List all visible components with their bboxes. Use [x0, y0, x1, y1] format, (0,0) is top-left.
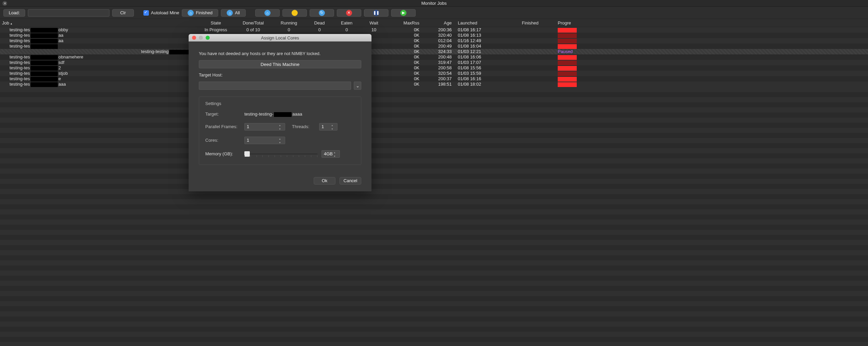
target-label: Target:	[205, 111, 244, 117]
ok-button[interactable]: Ok	[314, 177, 335, 185]
cancel-button[interactable]: Cancel	[340, 177, 361, 185]
cell-progress	[556, 65, 578, 71]
col-launched[interactable]: Launched	[454, 20, 505, 25]
cell-progress	[556, 44, 578, 49]
target-host-select[interactable]	[199, 82, 351, 90]
cell-state: In Progress	[197, 27, 235, 33]
all-icon: ⌂	[227, 10, 233, 16]
threads-label: Threads:	[292, 124, 319, 129]
sort-asc-icon: ▴	[11, 22, 12, 25]
parallel-frames-input[interactable]: 1 ▲▼	[244, 123, 285, 131]
table-row[interactable]: testing-tessdf0K319:4701/03 17:07	[0, 60, 868, 65]
col-wait[interactable]: Wait	[360, 20, 387, 25]
target-host-dropdown-icon[interactable]: ⌄	[354, 82, 361, 90]
threads-input[interactable]: 1 ▲▼	[319, 123, 337, 131]
cell-progress	[556, 27, 578, 33]
play-button[interactable]: ▶	[391, 9, 416, 17]
col-finished[interactable]: Finished	[505, 20, 556, 25]
cell-maxrss: 0K	[387, 71, 421, 76]
table-row[interactable]: testing-testing00K324:3301/03 12:21Pause…	[0, 49, 868, 54]
finished-filter-button[interactable]: ⌂ Finished	[182, 9, 218, 17]
redacted-text	[31, 44, 58, 49]
col-eaten[interactable]: Eaten	[333, 20, 360, 25]
spinner-arrows-icon[interactable]: ▲▼	[331, 123, 336, 131]
cell-launched: 01/16 12:49	[454, 38, 505, 44]
cell-age: 320:54	[421, 71, 454, 76]
table-body: testing-tesobbyIn Progress0 of 10000100K…	[0, 27, 868, 87]
cell-launched: 01/03 17:07	[454, 60, 505, 65]
col-state[interactable]: State	[197, 20, 235, 25]
cores-input[interactable]: 1 ▲▼	[244, 137, 285, 144]
table-row[interactable]: testing-tesobbyIn Progress0 of 10000100K…	[0, 27, 868, 33]
col-age[interactable]: Age	[421, 20, 454, 25]
cell-job: testing-tesaa	[0, 38, 197, 44]
slider-track	[244, 154, 317, 154]
dialog-titlebar: Assign Local Cores	[189, 34, 371, 41]
cell-wait: 10	[360, 27, 387, 33]
clr-button[interactable]: Clr	[112, 9, 134, 17]
memory-input[interactable]: 4GB ▲▼	[322, 150, 340, 158]
cell-launched: 01/08 16:06	[454, 54, 505, 60]
load-button[interactable]: Load:	[3, 9, 25, 17]
col-running[interactable]: Running	[272, 20, 306, 25]
cell-progress	[556, 60, 578, 65]
redacted-text	[31, 60, 58, 65]
col-progress[interactable]: Progre	[556, 20, 578, 25]
col-dead[interactable]: Dead	[306, 20, 333, 25]
autoload-mine-checkbox[interactable]	[143, 10, 149, 16]
table-header: Job▴ State Done/Total Running Dead Eaten…	[0, 19, 868, 27]
table-row[interactable]: testing-tesaa0K320:4001/08 16:13	[0, 33, 868, 38]
redacted-text	[31, 39, 58, 44]
cell-job: testing-tese	[0, 76, 197, 82]
memory-slider[interactable]	[244, 151, 317, 157]
redacted-text	[31, 71, 58, 76]
cell-maxrss: 0K	[387, 65, 421, 71]
cell-job: testing-tesaa	[0, 33, 197, 38]
spinner-arrows-icon[interactable]: ▲▼	[279, 137, 284, 144]
load-input[interactable]	[28, 9, 109, 17]
table-row[interactable]: testing-tesaa0K012:0401/16 12:49	[0, 38, 868, 44]
col-job[interactable]: Job▴	[0, 20, 197, 25]
settings-group: Settings Target: testing-testing-aaaa Pa…	[199, 97, 361, 165]
redacted-text	[31, 66, 58, 71]
close-icon[interactable]: ✕	[2, 1, 7, 6]
cell-age: 200:37	[421, 76, 454, 82]
redacted-text	[31, 82, 58, 87]
col-maxrss[interactable]: MaxRss	[387, 20, 421, 25]
pause-icon: ❚❚	[373, 10, 379, 16]
cell-eaten: 0	[333, 27, 360, 33]
deed-this-machine-button[interactable]: Deed This Machine	[199, 60, 361, 68]
finished-icon: ⌂	[188, 10, 194, 16]
retry-button[interactable]: ↻	[310, 9, 334, 17]
target-host-label: Target Host:	[199, 72, 361, 77]
table-row[interactable]: testing-tes0K200:4901/08 16:04	[0, 44, 868, 49]
table-row[interactable]: testing-tese0K200:3701/08 16:16	[0, 76, 868, 82]
autoload-mine-toggle[interactable]: Autoload Mine	[143, 10, 179, 16]
cell-job: testing-tes	[0, 44, 197, 49]
pause-button[interactable]: ❚❚	[364, 9, 388, 17]
dialog-close-icon[interactable]	[192, 36, 196, 40]
eat-button[interactable]: ⌂	[255, 9, 280, 17]
pacman-button[interactable]	[282, 9, 307, 17]
cell-launched: 01/03 12:21	[454, 49, 505, 54]
all-filter-button[interactable]: ⌂ All	[221, 9, 245, 17]
cell-launched: 01/03 15:59	[454, 71, 505, 76]
cell-progress	[556, 76, 578, 82]
dialog-zoom-icon[interactable]	[206, 36, 210, 40]
spinner-arrows-icon[interactable]: ▲▼	[279, 123, 284, 131]
slider-ticks	[244, 155, 317, 157]
kill-button[interactable]: ✕	[337, 9, 361, 17]
table-row[interactable]: testing-tesaaa0K198:5101/08 18:02	[0, 82, 868, 87]
toolbar: Load: Clr Autoload Mine ⌂ Finished ⌂ All…	[0, 7, 868, 19]
cell-age: 200:36	[421, 27, 454, 33]
col-done-total[interactable]: Done/Total	[235, 20, 272, 25]
cell-job: testing-tesstjob	[0, 71, 197, 76]
table-row[interactable]: testing-tes20K200:5801/08 15:56	[0, 65, 868, 71]
spinner-arrows-icon[interactable]: ▲▼	[333, 151, 339, 158]
cell-progress	[556, 71, 578, 76]
table-row[interactable]: testing-tesstjob0K320:5401/03 15:59	[0, 71, 868, 76]
autoload-mine-label: Autoload Mine	[151, 10, 179, 15]
kill-icon: ✕	[346, 10, 352, 16]
table-row[interactable]: testing-tesobnamehere0K200:4801/08 16:06	[0, 54, 868, 60]
cell-job: testing-tesobnamehere	[0, 54, 197, 60]
